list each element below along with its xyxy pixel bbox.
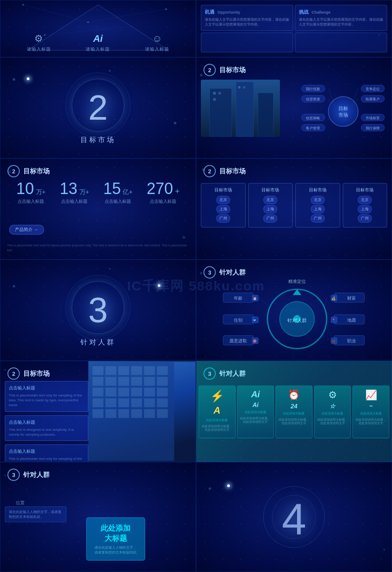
svg-rect-133 <box>131 409 142 418</box>
svg-line-99 <box>325 297 327 305</box>
section-items-left: 请在此处输入人物的文字，或者复制您的文本粘贴此处。 <box>5 506 66 526</box>
svg-text:针对人群: 针对人群 <box>287 318 307 323</box>
svg-point-15 <box>13 78 15 81</box>
svg-rect-112 <box>93 377 103 386</box>
swot-challenge-title: 挑战 Challenge <box>299 9 383 15</box>
stat-number-1: 10 万+ <box>16 181 46 197</box>
ai-icon: Ai <box>93 33 103 44</box>
section-title-4: 2 目标市场 <box>203 64 246 76</box>
sparkle-1 <box>27 77 29 80</box>
svg-rect-115 <box>131 377 142 386</box>
svg-text:竞争定位: 竞争定位 <box>366 87 380 91</box>
svg-text:📍: 📍 <box>331 318 336 323</box>
cell-7-number: 3 针对人群 <box>0 260 196 361</box>
text-boxes-left: 点击输入标题 This is placeholder text only for… <box>5 381 88 462</box>
card-2-main: Ai <box>239 401 272 408</box>
cell-4-market: 2 目标市场 <box>196 57 392 158</box>
section-title-5: 2 目标市场 <box>7 165 50 177</box>
cell-11-text: 3 针对人群 位置 请在此处输入人物的文字，或者复制您的文本粘贴此处。 此处添加… <box>0 462 196 572</box>
svg-rect-26 <box>218 92 221 95</box>
ai-card-4: ⚙ ☆ 此处添加大标题 此处添加说明大标题，此处添加说明文字 <box>314 385 351 438</box>
svg-point-145 <box>209 488 211 490</box>
market-cards-row: 目标市场 北京 上海 广州 目标市场 北京 上海 广州 目标市场 北京 上海 广… <box>201 183 387 227</box>
cell-5-stats: 2 目标市场 10 万+ 点击输入标题 13 万+ 点击输入标题 15 <box>0 158 196 260</box>
cell-6-market-cards: 2 目标市场 目标市场 北京 上海 广州 目标市场 北京 上海 广州 目标市场 … <box>196 158 392 260</box>
svg-rect-113 <box>105 377 116 386</box>
building-image <box>201 80 280 137</box>
market-card-3: 目标市场 北京 上海 广州 <box>295 183 340 227</box>
svg-rect-22 <box>210 88 232 137</box>
svg-text:精准定位: 精准定位 <box>288 279 306 284</box>
swot-item-3 <box>201 33 293 52</box>
svg-rect-29 <box>243 86 245 88</box>
tag-3-3: 广州 <box>311 214 325 223</box>
stat-label-2: 点击输入标题 <box>60 198 89 205</box>
icon-label-3: 请输入标题 <box>145 46 169 52</box>
tag-4-1: 北京 <box>358 196 372 204</box>
svg-point-64 <box>109 268 111 270</box>
svg-line-143 <box>319 471 385 550</box>
ai-card-2: Ai Ai 此处添加大标题 此处添加说明大标题，此处添加说明文字 <box>237 385 274 438</box>
svg-rect-129 <box>157 399 167 407</box>
svg-rect-25 <box>213 92 216 95</box>
swot-grid: 机遇 Opportunity 请在此输入文字以展示您想展现的文字内容，请在此输入… <box>201 5 387 52</box>
svg-rect-125 <box>105 399 116 407</box>
svg-rect-24 <box>258 93 273 137</box>
circle-diagram-container: 针对人群 精准定位 💰 财富 📍 地愿 💼 职业 <box>196 273 392 360</box>
smile-icon: ☺ <box>152 33 162 44</box>
svg-rect-122 <box>144 388 155 396</box>
svg-point-146 <box>383 549 385 550</box>
svg-rect-27 <box>213 98 216 101</box>
svg-rect-109 <box>131 366 142 375</box>
market-card-1: 目标市场 北京 上海 广州 <box>201 183 246 227</box>
svg-line-0 <box>23 5 88 22</box>
text-box-2: 点击输入标题 This text is designed to test sim… <box>5 415 88 441</box>
svg-text:愿意进取: 愿意进取 <box>229 338 247 343</box>
gear-icon-2: ⚙ <box>316 389 349 401</box>
stat-number-3: 15 亿+ <box>103 181 133 197</box>
sparkle-2 <box>158 284 160 287</box>
icon-item-3: ☺ 请输入标题 <box>145 33 169 52</box>
svg-rect-107 <box>105 366 116 375</box>
svg-text:住别: 住别 <box>234 318 243 323</box>
svg-rect-135 <box>157 409 167 418</box>
slide-number-4: 4 <box>282 494 306 545</box>
swot-item-4 <box>295 33 387 52</box>
svg-point-16 <box>109 70 111 72</box>
cell-9-photo: 2 目标市场 点击输入标题 This is placeholder text o… <box>0 361 196 462</box>
product-btn[interactable]: 产品简介 → <box>9 225 44 235</box>
svg-rect-131 <box>105 409 116 418</box>
ai-card-3: ⏰ 24 此处添加大标题 此处添加说明大标题，此处添加说明文字 <box>276 385 312 438</box>
section-badge-9: 2 <box>7 367 20 380</box>
tag-1-1: 北京 <box>216 196 230 204</box>
svg-point-63 <box>13 285 15 288</box>
svg-point-30 <box>328 97 358 127</box>
big-title-text: 此处添加 大标题 <box>94 523 137 543</box>
svg-rect-127 <box>131 399 142 407</box>
svg-rect-108 <box>118 366 129 375</box>
swot-opportunity-title: 机遇 Opportunity <box>205 9 289 15</box>
svg-point-103 <box>4 369 6 371</box>
icon-item-2: Ai 请输入标题 <box>86 33 110 52</box>
svg-point-17 <box>174 122 176 125</box>
section-title-11: 3 针对人群 <box>7 469 50 481</box>
svg-text:拓展客户: 拓展客户 <box>365 97 380 101</box>
svg-text:信息策略: 信息策略 <box>306 116 320 120</box>
svg-rect-120 <box>118 388 129 396</box>
section-badge-4: 2 <box>203 64 216 76</box>
tag-3-1: 北京 <box>311 196 325 204</box>
section-badge-6: 2 <box>203 165 216 177</box>
svg-text:市场: 市场 <box>338 112 348 117</box>
swot-opportunity: 机遇 Opportunity 请在此输入文字以展示您想展现的文字内容，请在此输入… <box>201 5 293 31</box>
card-4-main: ☆ <box>316 403 349 410</box>
svg-rect-130 <box>93 409 103 418</box>
svg-point-141 <box>4 475 6 477</box>
lightning-icon: ⚡ <box>200 389 234 403</box>
svg-rect-111 <box>157 366 167 375</box>
svg-text:财富: 财富 <box>347 296 356 301</box>
card-5-main: ~ <box>354 403 388 410</box>
svg-point-5 <box>165 8 167 10</box>
svg-point-4 <box>87 21 89 23</box>
icon-label-1: 请输入标题 <box>27 46 51 52</box>
svg-text:市场前景: 市场前景 <box>366 116 380 120</box>
